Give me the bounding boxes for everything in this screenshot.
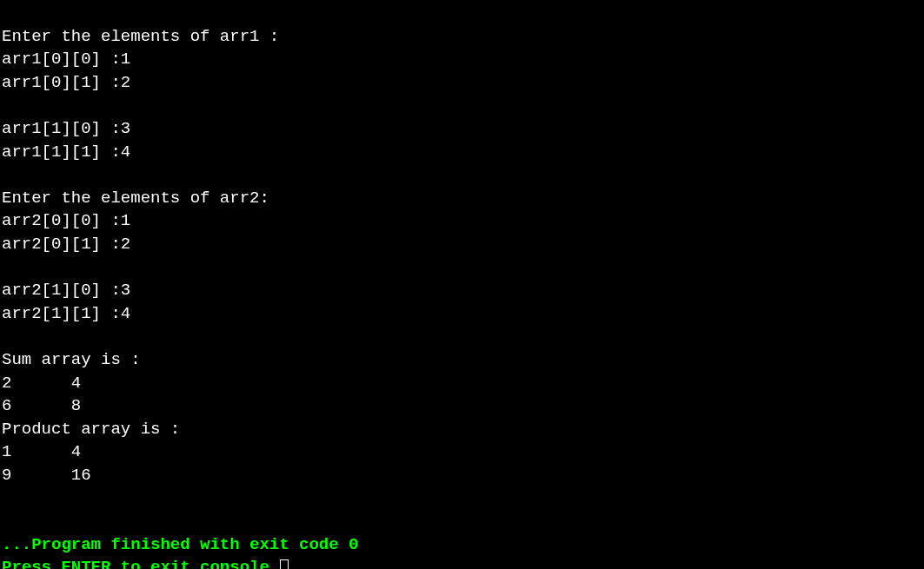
output-line: Product array is :: [2, 420, 180, 439]
console-output[interactable]: Enter the elements of arr1 : arr1[0][0] …: [2, 2, 924, 569]
output-line: 1 4: [2, 442, 141, 461]
output-line: 9 16: [2, 466, 141, 485]
output-line: 2 4: [2, 374, 141, 393]
output-line: arr2[0][1] :2: [2, 235, 130, 254]
output-line: Enter the elements of arr1 :: [2, 27, 279, 46]
output-line: arr2[0][0] :1: [2, 211, 130, 230]
output-line: arr1[1][1] :4: [2, 142, 130, 162]
output-line: Sum array is :: [2, 350, 141, 369]
output-line: arr2[1][0] :3: [2, 281, 130, 300]
output-line: arr2[1][1] :4: [2, 304, 130, 323]
output-line: arr1[0][0] :1: [2, 50, 130, 69]
output-line: Enter the elements of arr2:: [2, 189, 269, 208]
prompt-message: Press ENTER to exit console.: [2, 558, 279, 569]
exit-message: ...Program finished with exit code 0: [2, 535, 358, 554]
cursor-icon: [280, 559, 289, 569]
output-line: arr1[1][0] :3: [2, 119, 130, 138]
output-line: arr1[0][1] :2: [2, 73, 130, 92]
output-line: 6 8: [2, 396, 141, 415]
